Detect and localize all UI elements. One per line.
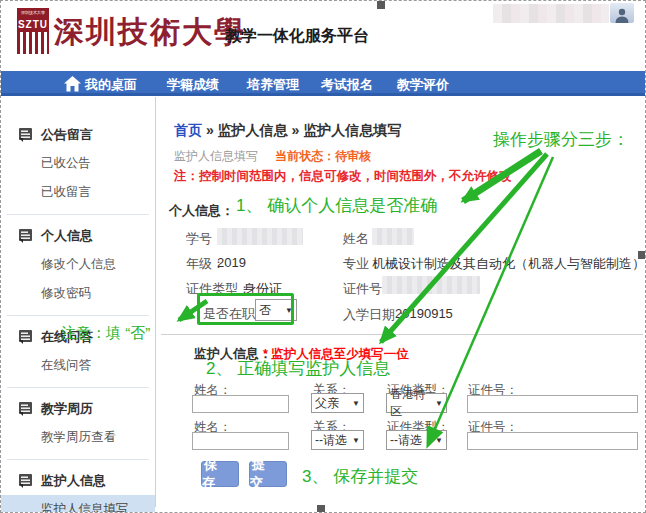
breadcrumb-home-link[interactable]: 首页 bbox=[174, 122, 202, 138]
name-redacted bbox=[372, 228, 414, 245]
sidebar-item-received-messages[interactable]: 已收留言 bbox=[1, 178, 155, 207]
nav-active-pointer bbox=[65, 96, 79, 104]
breadcrumb: 首页 » 监护人信息 » 监护人信息填写 bbox=[174, 122, 401, 140]
sztu-seal-logo: 深圳技术大學 SZTU bbox=[17, 8, 49, 55]
dropdown-arrow-icon: ▼ bbox=[432, 436, 443, 445]
guardian2-id-type-value: --请选 bbox=[390, 432, 422, 449]
enroll-date-value: 20190915 bbox=[395, 306, 453, 321]
username-redacted bbox=[493, 4, 609, 23]
sidebar-group-personal-info[interactable]: 个人信息 bbox=[1, 222, 155, 250]
guardian1-relation-select[interactable]: 父亲 ▼ bbox=[311, 393, 364, 413]
sidebar-item-online-qa[interactable]: 在线问答 bbox=[1, 351, 155, 380]
sidebar-item-edit-personal-info[interactable]: 修改个人信息 bbox=[1, 250, 155, 279]
sidebar-group-guardian-info[interactable]: 监护人信息 bbox=[1, 467, 155, 495]
selection-handle bbox=[317, 505, 325, 513]
submit-button[interactable]: 提 交 bbox=[249, 461, 287, 487]
guardian1-relation-value: 父亲 bbox=[315, 395, 339, 412]
guardian2-name-input[interactable] bbox=[192, 432, 289, 450]
breadcrumb-level2: 监护人信息填写 bbox=[303, 122, 401, 138]
id-type-value: 身份证 bbox=[243, 280, 282, 298]
user-avatar-icon[interactable] bbox=[610, 3, 634, 23]
edit-window-note: 注：控制时间范围内，信息可修改，时间范围外，不允许修改 bbox=[174, 168, 512, 185]
sidebar-divider bbox=[7, 387, 149, 388]
notepad-icon bbox=[18, 330, 33, 344]
page-title: 监护人信息填写 bbox=[174, 149, 258, 163]
dropdown-arrow-icon: ▼ bbox=[349, 436, 360, 445]
guardian1-id-type-value: 香港特区 bbox=[390, 386, 432, 420]
section-divider bbox=[161, 334, 643, 335]
main-nav: 我的桌面 学籍成绩 培养管理 考试报名 教学评价 bbox=[1, 71, 645, 96]
guardian2-relation-value: --请选 bbox=[315, 432, 347, 449]
id-no-redacted bbox=[382, 276, 480, 294]
selection-handle bbox=[377, 1, 385, 9]
seal-top-text: 深圳技术大學 bbox=[17, 8, 49, 17]
notepad-icon bbox=[18, 402, 33, 416]
sidebar: 公告留言 已收公告 已收留言 个人信息 修改个人信息 修改密码 在线问答 在线问… bbox=[1, 97, 156, 507]
guardian2-id-type-select[interactable]: --请选 ▼ bbox=[386, 430, 447, 450]
save-button[interactable]: 保 存 bbox=[201, 461, 239, 487]
dropdown-arrow-icon: ▼ bbox=[349, 399, 360, 408]
sidebar-group-title: 监护人信息 bbox=[41, 472, 106, 490]
annotation-step3: 3、 保存并提交 bbox=[302, 465, 418, 488]
id-type-label: 证件类型： bbox=[186, 280, 251, 298]
dropdown-arrow-icon: ▼ bbox=[432, 399, 443, 408]
nav-item-training-mgmt[interactable]: 培养管理 bbox=[247, 76, 299, 94]
sidebar-group-title: 教学周历 bbox=[41, 400, 93, 418]
dropdown-arrow-icon: ▼ bbox=[282, 306, 293, 315]
guardian2-id-no-input[interactable] bbox=[467, 432, 638, 450]
guardian1-id-no-input[interactable] bbox=[467, 395, 638, 413]
notepad-icon bbox=[18, 474, 33, 488]
employed-select[interactable]: 否 ▼ bbox=[255, 299, 297, 321]
nav-item-my-desktop[interactable]: 我的桌面 bbox=[85, 76, 137, 94]
status-badge: 当前状态：待审核 bbox=[275, 149, 371, 163]
platform-subtitle: 教学一体化服务平台 bbox=[225, 26, 369, 47]
selection-handle bbox=[638, 251, 646, 259]
sidebar-group-teaching-calendar[interactable]: 教学周历 bbox=[1, 395, 155, 423]
sidebar-item-received-announcements[interactable]: 已收公告 bbox=[1, 149, 155, 178]
nav-item-academic-record[interactable]: 学籍成绩 bbox=[167, 76, 219, 94]
sidebar-item-view-teaching-calendar[interactable]: 教学周历查看 bbox=[1, 423, 155, 452]
guardian1-name-input[interactable] bbox=[192, 395, 289, 413]
sidebar-divider bbox=[7, 214, 149, 215]
seal-sztu-text: SZTU bbox=[17, 17, 49, 32]
notepad-icon bbox=[18, 229, 33, 243]
employed-select-value: 否 bbox=[259, 302, 271, 319]
annotation-steps-title: 操作步骤分三步： bbox=[493, 128, 629, 151]
header: 深圳技术大學 SZTU 深圳技術大學 教学一体化服务平台 bbox=[1, 1, 645, 71]
breadcrumb-level1: 监护人信息 bbox=[218, 122, 288, 138]
university-title: 深圳技術大學 bbox=[54, 12, 246, 53]
home-icon bbox=[64, 76, 81, 92]
guardian2-relation-select[interactable]: --请选 ▼ bbox=[311, 430, 364, 450]
notepad-icon bbox=[18, 128, 33, 142]
annotation-step1: 1、 确认个人信息是否准确 bbox=[236, 194, 437, 217]
guardian1-id-type-select[interactable]: 香港特区 ▼ bbox=[386, 393, 447, 413]
nav-item-teaching-eval[interactable]: 教学评价 bbox=[397, 76, 449, 94]
grade-value: 2019 bbox=[217, 255, 246, 270]
nav-home-tab[interactable] bbox=[57, 74, 87, 93]
sidebar-group-title: 个人信息 bbox=[41, 227, 93, 245]
app-window: 深圳技术大學 SZTU 深圳技術大學 教学一体化服务平台 我的桌面 学籍成绩 培… bbox=[0, 0, 646, 513]
student-no-redacted bbox=[217, 228, 303, 245]
sidebar-group-announcements[interactable]: 公告留言 bbox=[1, 121, 155, 149]
annotation-step2: 2、 正确填写监护人信息 bbox=[206, 357, 390, 380]
sidebar-divider bbox=[7, 459, 149, 460]
breadcrumb-separator: » bbox=[291, 122, 299, 138]
status-line: 监护人信息填写 当前状态：待审核 bbox=[174, 148, 371, 165]
breadcrumb-separator: » bbox=[206, 122, 214, 138]
sidebar-item-guardian-info-fill[interactable]: 监护人信息填写 bbox=[1, 495, 155, 513]
nav-item-exam-signup[interactable]: 考试报名 bbox=[321, 76, 373, 94]
seal-comb-lines bbox=[17, 32, 49, 54]
sidebar-divider bbox=[7, 315, 149, 316]
sidebar-item-change-password[interactable]: 修改密码 bbox=[1, 279, 155, 308]
personal-info-section-label: 个人信息： bbox=[169, 202, 234, 220]
sidebar-group-title: 公告留言 bbox=[41, 126, 93, 144]
annotation-fill-no: 注意：填 “否” bbox=[61, 324, 150, 343]
major-value: 机械设计制造及其自动化（机器人与智能制造） bbox=[372, 255, 645, 273]
